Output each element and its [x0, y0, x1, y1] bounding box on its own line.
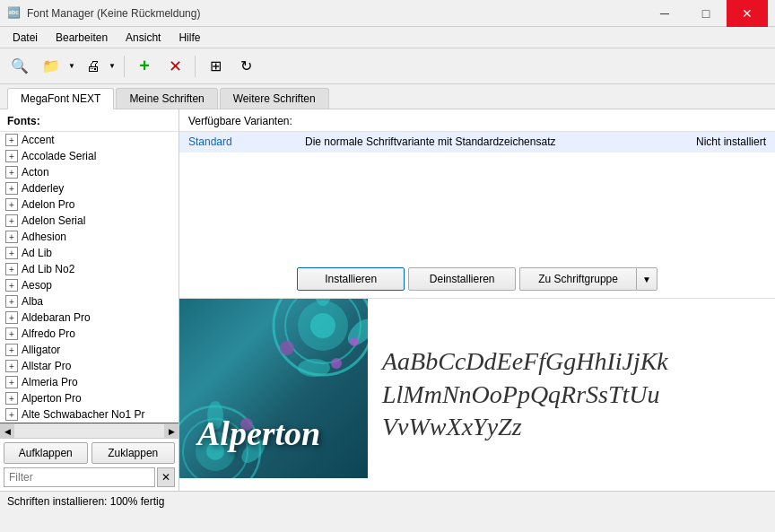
- remove-font-button[interactable]: ✕: [161, 52, 189, 81]
- preview-font-text: Alperton: [197, 414, 320, 453]
- toolbar-sep-2: [195, 56, 196, 77]
- expand-icon[interactable]: +: [5, 279, 18, 292]
- font-name: Almeria Pro: [22, 376, 78, 388]
- font-item-alfredo[interactable]: + Alfredo Pro: [0, 326, 179, 342]
- expand-icon[interactable]: +: [5, 166, 18, 179]
- font-item-aldebaran[interactable]: + Aldebaran Pro: [0, 310, 179, 326]
- print-dropdown-button[interactable]: ▼: [106, 52, 118, 81]
- font-name: Alba: [22, 295, 43, 308]
- expand-icon[interactable]: +: [5, 376, 18, 388]
- expand-icon[interactable]: +: [5, 198, 18, 211]
- variant-name: Standard: [188, 135, 305, 148]
- scrollbar-track: [14, 425, 164, 438]
- open-split-button[interactable]: 📁 ▼: [36, 52, 78, 81]
- font-item-adhesion[interactable]: + Adhesion: [0, 229, 179, 245]
- expand-icon[interactable]: +: [5, 295, 18, 308]
- maximize-button[interactable]: □: [685, 0, 727, 27]
- add-font-button[interactable]: +: [130, 52, 159, 81]
- toolbar-sep-1: [124, 56, 125, 77]
- font-item-alte[interactable]: + Alte Schwabacher No1 Pr: [0, 406, 179, 423]
- filter-input[interactable]: [4, 467, 155, 487]
- preview-chars-line1: AaBbCcDdEeFfGgHhIiJjKk: [382, 345, 761, 378]
- font-item-accolade[interactable]: + Accolade Serial: [0, 148, 179, 164]
- variants-header: Verfügbare Varianten:: [179, 109, 775, 131]
- expand-icon[interactable]: +: [5, 327, 18, 340]
- expand-icon[interactable]: +: [5, 247, 18, 259]
- expand-icon[interactable]: +: [5, 311, 18, 324]
- compare-button[interactable]: ⊞: [201, 52, 230, 81]
- preview-image: Alperton: [179, 299, 368, 478]
- left-panel: Fonts: + Accent + Accolade Serial + Acto…: [0, 109, 179, 491]
- font-name: Accolade Serial: [22, 150, 96, 162]
- expand-icon[interactable]: +: [5, 344, 18, 356]
- uninstall-button[interactable]: Deinstallieren: [408, 267, 516, 291]
- font-item-adlib[interactable]: + Ad Lib: [0, 245, 179, 261]
- font-name: Alligator: [22, 344, 60, 356]
- expand-icon[interactable]: +: [5, 408, 18, 421]
- font-list[interactable]: + Accent + Accolade Serial + Acton + Add…: [0, 131, 179, 423]
- horizontal-scrollbar: ◀ ▶: [0, 423, 179, 438]
- font-name: Acton: [22, 166, 49, 179]
- font-item-almeria[interactable]: + Almeria Pro: [0, 374, 179, 390]
- font-item-alperton[interactable]: + Alperton Pro: [0, 390, 179, 406]
- expand-all-button[interactable]: Aufklappen: [4, 442, 88, 464]
- variants-table: Standard Die normale Schriftvariante mit…: [179, 131, 775, 153]
- collapse-all-button[interactable]: Zuklappen: [91, 442, 176, 464]
- print-split-button[interactable]: 🖨 ▼: [80, 52, 118, 81]
- menu-hilfe[interactable]: Hilfe: [170, 30, 209, 46]
- font-item-adlib-no2[interactable]: + Ad Lib No2: [0, 261, 179, 277]
- refresh-button[interactable]: ↻: [231, 52, 260, 81]
- expand-icon[interactable]: +: [5, 214, 18, 227]
- install-button[interactable]: Installieren: [297, 267, 405, 291]
- expand-icon[interactable]: +: [5, 150, 18, 162]
- expand-icon[interactable]: +: [5, 134, 18, 146]
- titlebar-left: 🔤 Font Manager (Keine Rückmeldung): [7, 6, 200, 21]
- open-button[interactable]: 📁: [36, 52, 65, 81]
- action-buttons: Installieren Deinstallieren Zu Schriftgr…: [179, 260, 775, 299]
- main-content: Fonts: + Accent + Accolade Serial + Acto…: [0, 109, 775, 491]
- font-item-adelon-pro[interactable]: + Adelon Pro: [0, 196, 179, 213]
- font-name: Adelon Pro: [22, 198, 74, 211]
- font-item-alba[interactable]: + Alba: [0, 293, 179, 310]
- font-item-acton[interactable]: + Acton: [0, 164, 179, 180]
- scroll-right-button[interactable]: ▶: [164, 424, 179, 439]
- tab-megafont[interactable]: MegaFont NEXT: [7, 88, 114, 109]
- font-item-allstar[interactable]: + Allstar Pro: [0, 358, 179, 374]
- font-item-adderley[interactable]: + Adderley: [0, 180, 179, 196]
- font-item-adelon-serial[interactable]: + Adelon Serial: [0, 213, 179, 229]
- font-name: Alfredo Pro: [22, 327, 75, 340]
- scroll-left-button[interactable]: ◀: [0, 424, 14, 439]
- minimize-button[interactable]: ─: [644, 0, 685, 27]
- status-text: Schriften installieren: 100% fertig: [7, 495, 164, 508]
- group-button[interactable]: Zu Schriftgruppe: [519, 267, 636, 291]
- expand-icon[interactable]: +: [5, 392, 18, 405]
- tab-meine-schriften[interactable]: Meine Schriften: [116, 88, 217, 109]
- font-name: Aesop: [22, 279, 52, 292]
- left-panel-bottom: Aufklappen Zuklappen ✕: [0, 438, 179, 491]
- menubar: Datei Bearbeiten Ansicht Hilfe: [0, 27, 775, 48]
- close-button[interactable]: ✕: [727, 0, 768, 27]
- font-name: Adderley: [22, 182, 64, 195]
- open-dropdown-button[interactable]: ▼: [65, 52, 78, 81]
- font-item-alligator[interactable]: + Alligator: [0, 342, 179, 358]
- group-dropdown-button[interactable]: ▼: [636, 267, 657, 291]
- variant-row[interactable]: Standard Die normale Schriftvariante mit…: [179, 132, 775, 153]
- expand-icon[interactable]: +: [5, 182, 18, 195]
- svg-point-8: [331, 358, 342, 369]
- filter-clear-button[interactable]: ✕: [157, 467, 175, 487]
- font-item-accent[interactable]: + Accent: [0, 132, 179, 148]
- menu-datei[interactable]: Datei: [4, 30, 47, 46]
- expand-icon[interactable]: +: [5, 231, 18, 243]
- menu-ansicht[interactable]: Ansicht: [117, 30, 170, 46]
- search-button[interactable]: 🔍: [5, 52, 34, 81]
- svg-point-3: [310, 313, 335, 338]
- menu-bearbeiten[interactable]: Bearbeiten: [47, 30, 117, 46]
- print-button[interactable]: 🖨: [80, 52, 106, 81]
- expand-icon[interactable]: +: [5, 360, 18, 372]
- font-name: Aldebaran Pro: [22, 311, 91, 324]
- font-name: Alperton Pro: [22, 392, 82, 405]
- font-item-aesop[interactable]: + Aesop: [0, 277, 179, 293]
- variant-description: Die normale Schriftvariante mit Standard…: [305, 135, 658, 148]
- expand-icon[interactable]: +: [5, 263, 18, 275]
- tab-weitere-schriften[interactable]: Weitere Schriften: [220, 88, 329, 109]
